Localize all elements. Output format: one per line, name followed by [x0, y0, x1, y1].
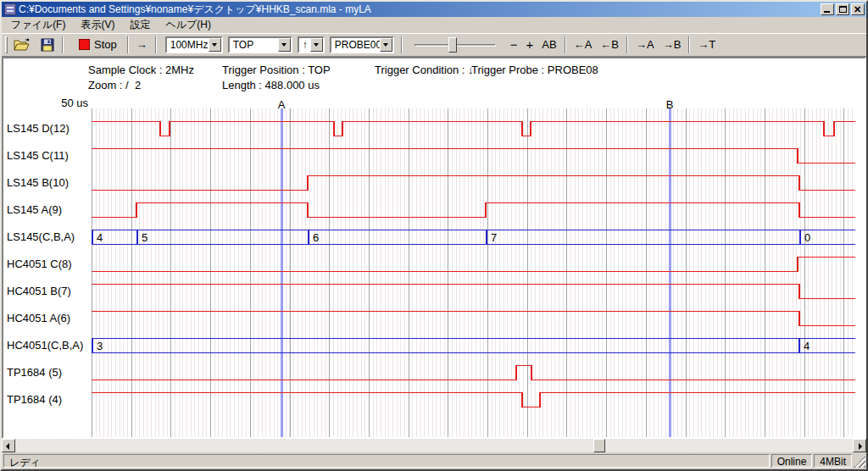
bus-waveform: 34 [92, 332, 855, 359]
svg-text:0: 0 [804, 231, 810, 244]
waveform-view: Sample Clock : 2MHz Trigger Position : T… [2, 57, 866, 439]
dropdown-button[interactable] [278, 38, 291, 52]
slider-thumb[interactable] [448, 37, 457, 53]
svg-text:4: 4 [97, 231, 103, 244]
run-button[interactable]: → [132, 36, 152, 54]
maximize-icon [839, 6, 847, 13]
chevron-down-icon [212, 43, 217, 49]
online-status-badge: Online [771, 454, 813, 468]
close-button[interactable]: ✕ [851, 3, 865, 15]
menu-item-3[interactable]: ヘルプ(H) [158, 16, 219, 35]
channel-label: LS145 C(11) [7, 142, 90, 169]
ab-markers-button[interactable]: AB [537, 36, 560, 54]
move-b-right-button[interactable]: →B [659, 36, 686, 54]
signal-waveform [92, 142, 855, 169]
stop-button[interactable]: Stop [72, 36, 124, 54]
scroll-right-button[interactable] [853, 439, 866, 452]
sample-clock-select[interactable]: 100MHz [165, 36, 223, 53]
move-a-left-button[interactable]: ←A [570, 36, 597, 54]
channel-label: TP1684 (5) [7, 359, 90, 386]
svg-text:4: 4 [804, 340, 810, 352]
channel-row: HC4051 B(7) [3, 278, 865, 305]
trigger-position-info: Trigger Position : TOP [222, 64, 331, 76]
channel-row: LS145 A(9) [3, 197, 865, 224]
trigger-condition-info: Trigger Condition : ↓ [375, 64, 474, 76]
toolbar-separator [62, 36, 64, 53]
move-a-right-button[interactable]: →A [632, 36, 659, 54]
chevron-down-icon [383, 43, 388, 49]
menu-bar: ファイル(F)表示(V)設定ヘルプ(H) [2, 17, 866, 33]
trigger-position-value: TOP [230, 39, 278, 51]
channel-label: LS145 D(12) [7, 115, 90, 142]
scrollbar-thumb[interactable] [593, 439, 605, 452]
trigger-position-select[interactable]: TOP [228, 36, 292, 53]
signal-waveform [92, 305, 855, 332]
dropdown-button[interactable] [310, 38, 323, 52]
title-bar: C:¥Documents and Settings¥noname¥デスクトップ¥… [2, 2, 866, 17]
arrow-left-icon [6, 443, 9, 450]
maximize-button[interactable] [836, 3, 849, 15]
signal-waveform [92, 359, 855, 386]
channel-row: HC4051 C(8) [3, 251, 865, 278]
minimize-icon [824, 11, 830, 13]
chevron-down-icon [314, 43, 319, 49]
channel-label: HC4051 C(8) [7, 251, 90, 278]
floppy-disk-icon [41, 38, 54, 52]
close-icon: ✕ [854, 5, 861, 14]
signal-waveform [92, 197, 855, 224]
scrollbar-track[interactable] [15, 439, 853, 452]
channel-row: TP1684 (5) [3, 359, 865, 386]
toolbar-separator [565, 36, 566, 53]
menu-item-1[interactable]: 表示(V) [73, 16, 122, 35]
marker-a-label: A [278, 98, 286, 111]
toolbar-separator [127, 36, 129, 53]
channel-row: TP1684 (4) [3, 386, 865, 413]
toolbar-separator [688, 36, 690, 53]
channel-label: HC4051 B(7) [7, 278, 90, 305]
move-b-left-button[interactable]: ←B [596, 36, 623, 54]
trigger-probe-value: PROBE00 [331, 39, 380, 51]
length-info: Length : 488.000 us [222, 79, 320, 91]
zoom-info: Zoom : / 2 [88, 79, 141, 91]
channel-label: LS145 B(10) [7, 169, 90, 197]
marker-b-label: B [666, 98, 674, 111]
status-message: レディ [3, 454, 770, 468]
window-title: C:¥Documents and Settings¥noname¥デスクトップ¥… [19, 3, 821, 17]
scroll-left-button[interactable] [2, 439, 15, 452]
chevron-down-icon [281, 43, 287, 49]
goto-trigger-button[interactable]: →T [693, 36, 720, 54]
trigger-probe-select[interactable]: PROBE00 [330, 36, 394, 53]
channel-label: LS145 A(9) [7, 197, 90, 224]
zoom-out-button[interactable]: − [506, 36, 522, 54]
save-file-button[interactable] [36, 36, 58, 54]
toolbar-separator [155, 36, 157, 53]
open-folder-icon [14, 38, 31, 52]
horizontal-scrollbar[interactable] [2, 439, 866, 452]
svg-text:5: 5 [142, 231, 147, 244]
toolbar-gripper [5, 36, 8, 53]
arrow-right-icon [859, 443, 862, 450]
dropdown-button[interactable] [380, 38, 392, 52]
channel-row: LS145 C(11) [3, 142, 865, 169]
zoom-in-button[interactable]: + [522, 36, 538, 54]
menu-item-0[interactable]: ファイル(F) [3, 16, 73, 35]
open-file-button[interactable] [11, 36, 33, 54]
bus-waveform: 45670 [92, 224, 855, 251]
signal-waveform [92, 115, 855, 142]
channel-row: HC4051(C,B,A)34 [3, 332, 865, 359]
app-window: C:¥Documents and Settings¥noname¥デスクトップ¥… [0, 0, 868, 471]
signal-waveform [92, 386, 855, 413]
stop-label: Stop [94, 38, 117, 51]
menu-item-2[interactable]: 設定 [122, 16, 158, 35]
toolbar-separator [401, 36, 403, 53]
svg-text:3: 3 [97, 340, 103, 352]
channel-label: HC4051 A(6) [7, 305, 90, 332]
resize-grip[interactable] [854, 456, 865, 468]
trigger-edge-select[interactable]: ↑ [298, 36, 325, 53]
dropdown-button[interactable] [209, 38, 221, 52]
minimize-button[interactable] [821, 3, 834, 15]
zoom-slider[interactable] [413, 36, 498, 54]
toolbar: Stop → 100MHz TOP ↑ PROBE00 − + AB ←A [2, 33, 866, 57]
channel-row: LS145(C,B,A)45670 [3, 224, 865, 251]
signal-waveform [92, 251, 855, 278]
